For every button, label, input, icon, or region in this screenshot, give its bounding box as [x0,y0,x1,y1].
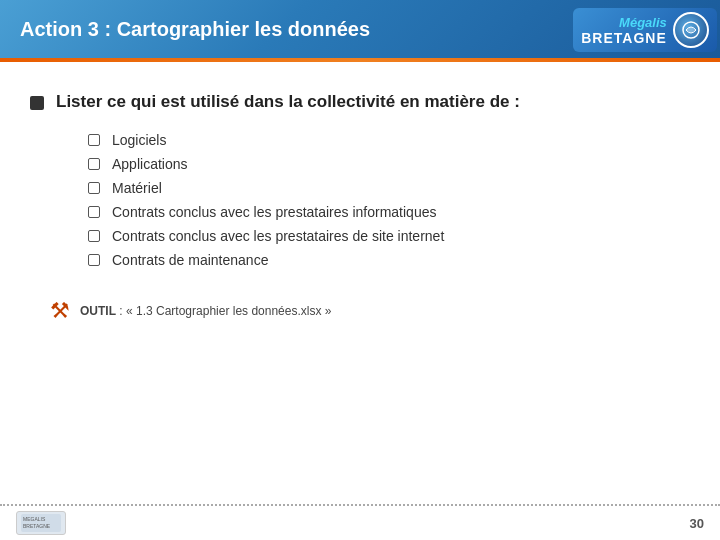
list-item-label: Contrats de maintenance [112,252,268,268]
sub-bullet-icon [88,158,100,170]
main-bullet-icon [30,96,44,110]
list-item-label: Matériel [112,180,162,196]
list-item-label: Applications [112,156,188,172]
list-item-label: Contrats conclus avec les prestataires i… [112,204,436,220]
tool-icon: ⚒ [50,298,70,324]
main-content: Lister ce qui est utilisé dans la collec… [0,62,720,344]
list-item: Contrats conclus avec les prestataires d… [88,228,680,244]
list-item: Contrats conclus avec les prestataires i… [88,204,680,220]
list-item: Logiciels [88,132,680,148]
tool-text: OUTIL : « 1.3 Cartographier les données.… [80,304,331,318]
list-item: Matériel [88,180,680,196]
bottom-logo: MEGALIS BRETAGNE [16,511,66,535]
sub-list: Logiciels Applications Matériel Contrats… [88,132,680,268]
svg-text:MEGALIS: MEGALIS [23,516,46,522]
tool-detail: : « 1.3 Cartographier les données.xlsx » [116,304,331,318]
logo-megalis-text: Mégalis [619,15,667,30]
page-title: Action 3 : Cartographier les données [20,18,370,41]
list-item-label: Logiciels [112,132,166,148]
main-list-item: Lister ce qui est utilisé dans la collec… [30,92,680,112]
sub-bullet-icon [88,230,100,242]
logo-bretagne-text: BRETAGNE [581,30,667,46]
main-list: Lister ce qui est utilisé dans la collec… [30,92,680,112]
svg-text:BRETAGNE: BRETAGNE [23,523,51,529]
sub-bullet-icon [88,134,100,146]
sub-bullet-icon [88,254,100,266]
page-number: 30 [690,516,704,531]
list-item: Contrats de maintenance [88,252,680,268]
sub-bullet-icon [88,206,100,218]
sub-bullet-icon [88,182,100,194]
top-bar: Action 3 : Cartographier les données Még… [0,0,720,58]
main-heading: Lister ce qui est utilisé dans la collec… [56,92,520,112]
list-item: Applications [88,156,680,172]
logo-area: Mégalis BRETAGNE [580,5,710,55]
logo-megalis: Mégalis BRETAGNE [573,8,717,52]
bottom-bar: MEGALIS BRETAGNE 30 [0,504,720,540]
logo-circle-icon [673,12,709,48]
list-item-label: Contrats conclus avec les prestataires d… [112,228,444,244]
tool-section: ⚒ OUTIL : « 1.3 Cartographier les donnée… [50,298,680,324]
tool-prefix: OUTIL [80,304,116,318]
